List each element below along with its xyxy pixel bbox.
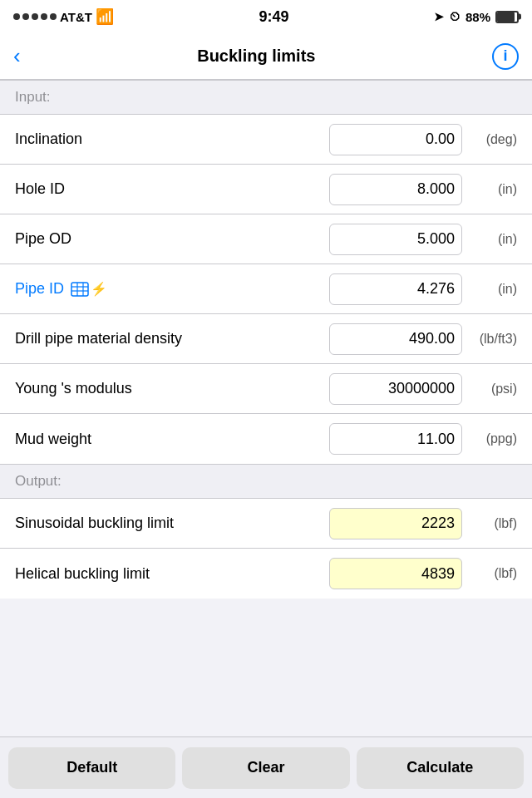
clear-button[interactable]: Clear <box>182 747 349 789</box>
calculate-button[interactable]: Calculate <box>357 747 524 789</box>
mud-weight-row: Mud weight (ppg) <box>0 414 532 464</box>
pipe-id-unit: (in) <box>467 282 517 297</box>
table-grid-icon <box>71 282 89 297</box>
wifi-icon: 📶 <box>96 7 114 26</box>
location-icon: ➤ <box>434 10 444 23</box>
inclination-unit: (deg) <box>467 132 517 147</box>
sinusoidal-label: Sinusoidal buckling limit <box>15 515 329 532</box>
youngs-input[interactable] <box>329 373 462 405</box>
nav-bar: ‹ Buckling limits i <box>0 33 532 80</box>
mud-weight-input[interactable] <box>329 423 462 455</box>
input-form: Inclination (deg) Hole ID (in) Pipe OD (… <box>0 115 532 464</box>
status-left: AT&T 📶 <box>13 7 114 26</box>
lightning-icon: ⚡ <box>91 281 107 297</box>
pipe-od-unit: (in) <box>467 232 517 247</box>
mud-weight-label: Mud weight <box>15 431 329 448</box>
sinusoidal-row: Sinusoidal buckling limit (lbf) <box>0 499 532 549</box>
sinusoidal-unit: (lbf) <box>467 516 517 531</box>
status-bar: AT&T 📶 9:49 ➤ ⏲ 88% <box>0 0 532 33</box>
output-section-header: Output: <box>0 464 532 499</box>
pipe-id-label: Pipe ID ⚡ <box>15 280 329 298</box>
hole-id-row: Hole ID (in) <box>0 165 532 214</box>
button-bar: Default Clear Calculate <box>0 736 532 798</box>
battery-icon <box>495 11 519 23</box>
sinusoidal-output[interactable] <box>329 508 462 539</box>
youngs-row: Young 's modulus (psi) <box>0 364 532 414</box>
density-row: Drill pipe material density (lb/ft3) <box>0 314 532 364</box>
hole-id-label: Hole ID <box>15 180 329 198</box>
helical-label: Helical buckling limit <box>15 565 329 583</box>
youngs-label: Young 's modulus <box>15 380 329 397</box>
table-icon[interactable]: ⚡ <box>71 281 107 297</box>
time-label: 9:49 <box>259 8 288 26</box>
youngs-unit: (psi) <box>467 382 517 397</box>
inclination-label: Inclination <box>15 131 329 148</box>
inclination-input[interactable] <box>329 124 462 155</box>
density-unit: (lb/ft3) <box>467 332 517 347</box>
nav-title: Buckling limits <box>197 47 315 66</box>
pipe-id-input[interactable] <box>329 273 462 305</box>
pipe-id-row: Pipe ID ⚡ (in) <box>0 264 532 314</box>
helical-output[interactable] <box>329 558 462 589</box>
pipe-od-row: Pipe OD (in) <box>0 214 532 264</box>
helical-row: Helical buckling limit (lbf) <box>0 549 532 598</box>
hole-id-input[interactable] <box>329 174 462 205</box>
carrier-label: AT&T <box>60 10 92 24</box>
pipe-od-input[interactable] <box>329 224 462 255</box>
inclination-row: Inclination (deg) <box>0 115 532 165</box>
info-button[interactable]: i <box>492 43 519 70</box>
status-right: ➤ ⏲ 88% <box>434 10 519 24</box>
info-label: i <box>503 47 507 65</box>
default-button[interactable]: Default <box>8 747 175 789</box>
helical-unit: (lbf) <box>467 566 517 581</box>
input-section-header: Input: <box>0 80 532 115</box>
output-form: Sinusoidal buckling limit (lbf) Helical … <box>0 499 532 598</box>
pipe-od-label: Pipe OD <box>15 230 329 248</box>
signal-dots <box>13 13 57 20</box>
back-chevron-icon: ‹ <box>13 45 21 66</box>
hole-id-unit: (in) <box>467 182 517 197</box>
svg-rect-0 <box>71 283 88 296</box>
density-input[interactable] <box>329 323 462 355</box>
mud-weight-unit: (ppg) <box>467 431 517 446</box>
alarm-icon: ⏲ <box>449 10 461 23</box>
battery-percent: 88% <box>466 10 490 24</box>
back-button[interactable]: ‹ <box>13 47 21 66</box>
density-label: Drill pipe material density <box>15 330 329 347</box>
